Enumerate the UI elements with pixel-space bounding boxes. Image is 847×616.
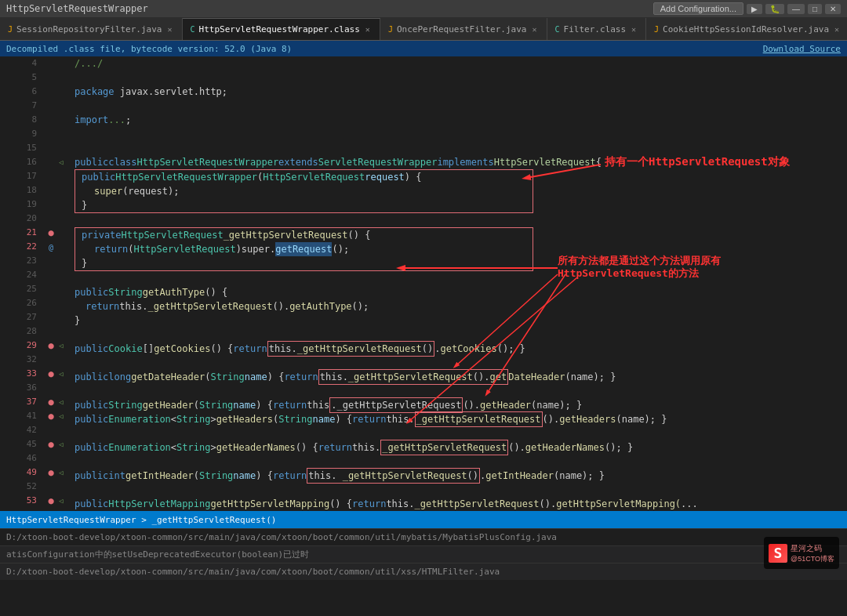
code-line-22: return (HttpServletRequest)super.getRequ…	[75, 242, 533, 256]
code-line-6: package javax.servlet.http;	[71, 85, 847, 99]
code-line-19: }	[75, 198, 533, 212]
code-line-52	[71, 483, 847, 497]
code-line-25: public String getAuthType() {	[71, 285, 847, 299]
status-bar-1: D:/xtoon-boot-develop/xtoon-common/src/m…	[0, 528, 847, 545]
code-line-4: /.../	[71, 56, 847, 71]
breadcrumb-bar: HttpServletRequestWrapper > _getHttpServ…	[0, 511, 847, 528]
line-24: 24	[0, 268, 37, 282]
code-line-41: public Enumeration<String> getHeaders(St…	[71, 412, 847, 426]
breakpoint-37: ●	[48, 397, 53, 408]
impl-icon-37: ◁	[59, 398, 63, 406]
download-source-link[interactable]: Download Source	[763, 44, 841, 54]
line-5: 5	[0, 71, 37, 85]
code-line-15	[71, 141, 847, 155]
line-17: 17	[0, 169, 37, 183]
line-33: 33	[0, 367, 37, 381]
line-9: 9	[0, 127, 37, 141]
tab-session-close[interactable]: ✕	[165, 25, 173, 34]
line-18: 18	[0, 183, 37, 197]
line-21: 21	[0, 226, 37, 240]
code-line-42	[71, 426, 847, 440]
tab-once[interactable]: J OncePerRequestFilter.java ✕	[380, 18, 547, 40]
code-line-18: super(request);	[75, 184, 533, 198]
impl-icon-41: ◁	[59, 412, 63, 420]
tab-cookie-close[interactable]: ✕	[833, 25, 841, 34]
status-text-2: atisConfiguration中的setUseDeprecatedExecu…	[6, 549, 309, 560]
java-icon: J	[8, 25, 13, 34]
breakpoint-29: ●	[48, 340, 53, 351]
tab-wrapper[interactable]: C HttpServletRequestWrapper.class ✕	[183, 18, 380, 40]
tab-wrapper-close[interactable]: ✕	[364, 25, 372, 34]
code-line-33: public long getDateHeader(String name) {…	[71, 370, 847, 384]
code-line-49: public int getIntHeader(String name) { r…	[71, 469, 847, 483]
line-29: 29	[0, 339, 37, 353]
minimize-button[interactable]: —	[787, 4, 805, 14]
run-button[interactable]: ▶	[747, 4, 762, 14]
line-53: 53	[0, 494, 37, 508]
line-45: 45	[0, 437, 37, 451]
line-15: 15	[0, 141, 37, 155]
code-line-28	[71, 328, 847, 342]
code-line-45: public Enumeration<String> getHeaderName…	[71, 440, 847, 455]
class-icon2: C	[555, 25, 560, 34]
line-52: 52	[0, 480, 37, 494]
maximize-button[interactable]: □	[808, 4, 822, 14]
line-26: 26	[0, 296, 37, 310]
tab-once-label: OncePerRequestFilter.java	[397, 24, 527, 34]
code-line-17: public HttpServletRequestWrapper(HttpSer…	[75, 170, 533, 184]
line-37: 37	[0, 395, 37, 409]
annotation-right1: 持有一个HttpServletRequest对象	[605, 155, 790, 169]
breakpoint-41: ●	[48, 411, 53, 422]
line-25: 25	[0, 282, 37, 296]
line-42: 42	[0, 423, 37, 437]
breadcrumb: HttpServletRequestWrapper > _getHttpServ…	[6, 515, 276, 525]
code-line-53: public HttpServletMapping getHttpServlet…	[71, 497, 847, 511]
breakpoint-53: ●	[48, 495, 53, 506]
line-8: 8	[0, 113, 37, 127]
tab-filter-close[interactable]: ✕	[630, 25, 638, 34]
status-bar-2: atisConfiguration中的setUseDeprecatedExecu…	[0, 545, 847, 563]
annotation-box-1: public HttpServletRequestWrapper(HttpSer…	[75, 169, 533, 213]
impl-icon-49: ◁	[59, 469, 63, 476]
line-7: 7	[0, 99, 37, 113]
info-bar: Decompiled .class file, bytecode version…	[0, 41, 847, 56]
annotation-box-2: private HttpServletRequest _getHttpServl…	[75, 227, 533, 271]
add-configuration-button[interactable]: Add Configuration...	[653, 2, 743, 15]
class-icon: C	[191, 25, 195, 34]
line-16: 16	[0, 155, 37, 169]
tab-once-close[interactable]: ✕	[530, 25, 538, 34]
tab-filter-label: Filter.class	[564, 24, 626, 34]
breakpoint-45: ●	[48, 439, 53, 450]
breakpoint-column: ● @ ● ● ● ● ● ● ● ●	[43, 56, 59, 511]
tab-cookie-label: CookieHttpSessionIdResolver.java	[663, 24, 829, 34]
breakpoint-33: ●	[48, 368, 53, 379]
line-22: 22	[0, 240, 37, 254]
line-4: 4	[0, 56, 37, 71]
tab-cookie[interactable]: J CookieHttpSessionIdResolver.java ✕	[646, 18, 847, 40]
impl-icon-29: ◁	[59, 342, 63, 350]
line-6: 6	[0, 85, 37, 99]
debug-button[interactable]: 🐛	[765, 4, 784, 14]
code-line-27: }	[71, 313, 847, 328]
tab-filter[interactable]: C Filter.class ✕	[547, 18, 647, 40]
status-text-1: D:/xtoon-boot-develop/xtoon-common/src/m…	[6, 532, 557, 542]
close-button[interactable]: ✕	[825, 4, 841, 14]
line-49: 49	[0, 466, 37, 480]
watermark-brand: 星河之码	[791, 543, 834, 554]
status-bar-3: D:/xtoon-boot-develop/xtoon-common/src/m…	[0, 563, 847, 580]
breakpoint-49: ●	[48, 467, 53, 478]
watermark-sub: @51CTO博客	[791, 554, 834, 564]
code-line-23: }	[75, 256, 533, 270]
impl-icon-16: ◁	[59, 158, 63, 166]
impl-icon-45: ◁	[59, 440, 63, 448]
code-line-9	[71, 127, 847, 141]
line-19: 19	[0, 197, 37, 212]
impl-icon-33: ◁	[59, 370, 63, 378]
watermark: S 星河之码 @51CTO博客	[764, 537, 839, 569]
line-20: 20	[0, 212, 37, 226]
line-54: 54	[0, 508, 37, 511]
impl-22: @	[49, 243, 53, 252]
tab-session[interactable]: J SessionRepositoryFilter.java ✕	[0, 18, 183, 40]
annotation-right2b: HttpServletRequest的方法	[558, 266, 699, 281]
code-line-21: private HttpServletRequest _getHttpServl…	[75, 228, 533, 242]
